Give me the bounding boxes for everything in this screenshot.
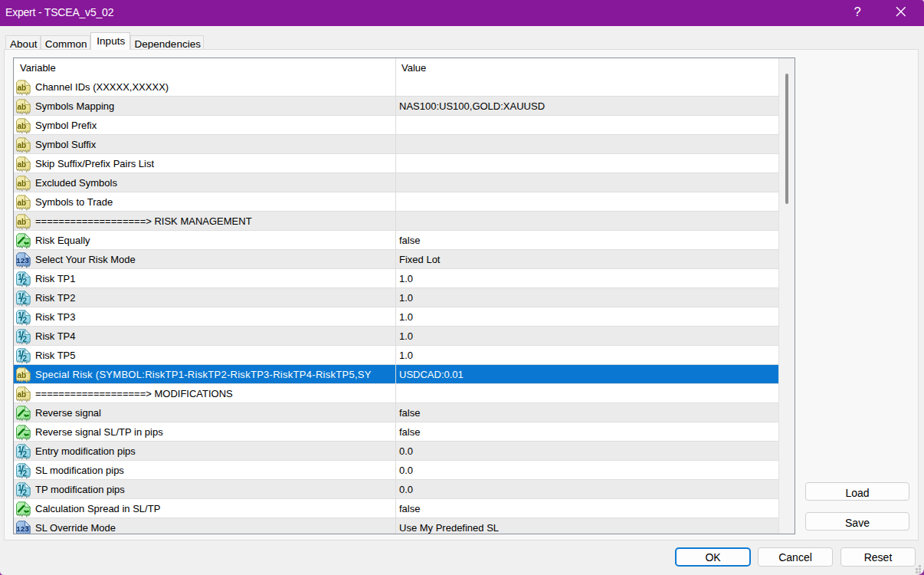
svg-text:ab: ab [17,141,26,150]
svg-text:2: 2 [22,315,27,324]
svg-text:2: 2 [22,277,27,285]
svg-text:2: 2 [22,449,27,458]
svg-text:ab: ab [17,122,26,130]
svg-text:ab: ab [17,199,26,207]
svg-text:2: 2 [22,488,27,496]
svg-text:ab: ab [17,390,26,399]
svg-text:ab: ab [17,218,26,226]
svg-text:123: 123 [16,524,29,532]
svg-text:2: 2 [22,296,27,304]
svg-text:ab: ab [17,84,26,92]
svg-text:2: 2 [22,468,27,477]
svg-text:ab: ab [17,179,26,188]
svg-text:ab: ab [17,371,26,380]
svg-text:2: 2 [22,334,27,343]
svg-text:2: 2 [22,353,27,362]
svg-text:ab: ab [17,103,26,111]
svg-text:ab: ab [17,160,26,169]
svg-text:123: 123 [16,255,29,264]
